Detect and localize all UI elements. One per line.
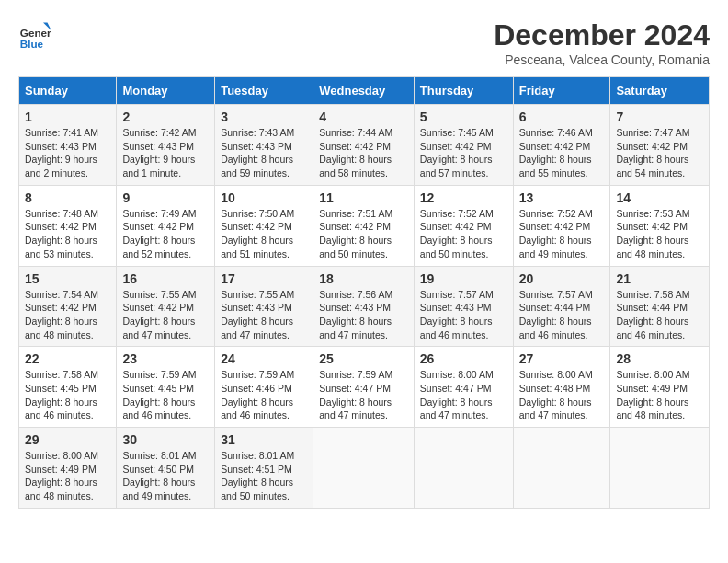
day-number: 8: [25, 190, 110, 205]
day-info: Sunrise: 7:57 AM Sunset: 4:43 PM Dayligh…: [420, 288, 507, 342]
calendar-cell: 13 Sunrise: 7:52 AM Sunset: 4:42 PM Dayl…: [513, 185, 610, 266]
day-number: 11: [319, 190, 408, 205]
day-number: 27: [519, 351, 605, 366]
calendar-cell: [610, 428, 710, 509]
header-row: SundayMondayTuesdayWednesdayThursdayFrid…: [19, 77, 710, 105]
calendar-cell: [414, 428, 513, 509]
col-header-thursday: Thursday: [414, 77, 513, 105]
calendar-cell: 12 Sunrise: 7:52 AM Sunset: 4:42 PM Dayl…: [414, 185, 513, 266]
calendar-cell: 6 Sunrise: 7:46 AM Sunset: 4:42 PM Dayli…: [513, 105, 610, 186]
calendar-week-4: 22 Sunrise: 7:58 AM Sunset: 4:45 PM Dayl…: [19, 347, 710, 428]
calendar-cell: 31 Sunrise: 8:01 AM Sunset: 4:51 PM Dayl…: [215, 428, 313, 509]
day-info: Sunrise: 7:58 AM Sunset: 4:45 PM Dayligh…: [25, 368, 110, 422]
calendar-cell: [313, 428, 415, 509]
calendar-cell: 24 Sunrise: 7:59 AM Sunset: 4:46 PM Dayl…: [215, 347, 313, 428]
calendar-cell: 7 Sunrise: 7:47 AM Sunset: 4:42 PM Dayli…: [610, 105, 710, 186]
calendar-cell: 18 Sunrise: 7:56 AM Sunset: 4:43 PM Dayl…: [313, 266, 415, 347]
day-info: Sunrise: 7:54 AM Sunset: 4:42 PM Dayligh…: [25, 288, 110, 342]
day-info: Sunrise: 7:50 AM Sunset: 4:42 PM Dayligh…: [221, 207, 307, 261]
day-number: 31: [221, 432, 307, 447]
day-number: 1: [25, 109, 110, 124]
calendar-cell: 23 Sunrise: 7:59 AM Sunset: 4:45 PM Dayl…: [117, 347, 215, 428]
calendar-cell: 3 Sunrise: 7:43 AM Sunset: 4:43 PM Dayli…: [215, 105, 313, 186]
day-info: Sunrise: 8:00 AM Sunset: 4:47 PM Dayligh…: [420, 368, 507, 422]
col-header-wednesday: Wednesday: [313, 77, 415, 105]
day-info: Sunrise: 7:45 AM Sunset: 4:42 PM Dayligh…: [420, 126, 507, 180]
day-number: 16: [122, 271, 209, 286]
day-info: Sunrise: 7:47 AM Sunset: 4:42 PM Dayligh…: [616, 126, 703, 180]
calendar-cell: 22 Sunrise: 7:58 AM Sunset: 4:45 PM Dayl…: [19, 347, 117, 428]
day-number: 4: [319, 109, 408, 124]
calendar-cell: 17 Sunrise: 7:55 AM Sunset: 4:43 PM Dayl…: [215, 266, 313, 347]
svg-text:General: General: [20, 27, 51, 39]
day-info: Sunrise: 7:44 AM Sunset: 4:42 PM Dayligh…: [319, 126, 408, 180]
calendar-cell: 9 Sunrise: 7:49 AM Sunset: 4:42 PM Dayli…: [117, 185, 215, 266]
col-header-friday: Friday: [513, 77, 610, 105]
day-info: Sunrise: 7:48 AM Sunset: 4:42 PM Dayligh…: [25, 207, 110, 261]
day-number: 21: [616, 271, 703, 286]
day-info: Sunrise: 7:51 AM Sunset: 4:42 PM Dayligh…: [319, 207, 408, 261]
calendar-cell: 1 Sunrise: 7:41 AM Sunset: 4:43 PM Dayli…: [19, 105, 117, 186]
calendar-week-2: 8 Sunrise: 7:48 AM Sunset: 4:42 PM Dayli…: [19, 185, 710, 266]
day-number: 13: [519, 190, 605, 205]
day-number: 2: [122, 109, 209, 124]
day-info: Sunrise: 7:43 AM Sunset: 4:43 PM Dayligh…: [221, 126, 307, 180]
day-number: 25: [319, 351, 408, 366]
calendar-cell: 5 Sunrise: 7:45 AM Sunset: 4:42 PM Dayli…: [414, 105, 513, 186]
calendar-cell: 26 Sunrise: 8:00 AM Sunset: 4:47 PM Dayl…: [414, 347, 513, 428]
calendar-cell: 10 Sunrise: 7:50 AM Sunset: 4:42 PM Dayl…: [215, 185, 313, 266]
title-block: December 2024 Pesceana, Valcea County, R…: [494, 18, 710, 67]
calendar-cell: 21 Sunrise: 7:58 AM Sunset: 4:44 PM Dayl…: [610, 266, 710, 347]
day-info: Sunrise: 7:58 AM Sunset: 4:44 PM Dayligh…: [616, 288, 703, 342]
day-number: 20: [519, 271, 605, 286]
calendar-table: SundayMondayTuesdayWednesdayThursdayFrid…: [18, 76, 710, 509]
day-number: 15: [25, 271, 110, 286]
day-number: 5: [420, 109, 507, 124]
calendar-cell: 11 Sunrise: 7:51 AM Sunset: 4:42 PM Dayl…: [313, 185, 415, 266]
day-info: Sunrise: 8:00 AM Sunset: 4:49 PM Dayligh…: [616, 368, 703, 422]
day-number: 17: [221, 271, 307, 286]
day-number: 14: [616, 190, 703, 205]
page-header: General Blue December 2024 Pesceana, Val…: [18, 18, 710, 67]
calendar-cell: 29 Sunrise: 8:00 AM Sunset: 4:49 PM Dayl…: [19, 428, 117, 509]
day-info: Sunrise: 7:49 AM Sunset: 4:42 PM Dayligh…: [122, 207, 209, 261]
calendar-cell: 8 Sunrise: 7:48 AM Sunset: 4:42 PM Dayli…: [19, 185, 117, 266]
day-info: Sunrise: 7:52 AM Sunset: 4:42 PM Dayligh…: [519, 207, 605, 261]
calendar-cell: 25 Sunrise: 7:59 AM Sunset: 4:47 PM Dayl…: [313, 347, 415, 428]
day-number: 23: [122, 351, 209, 366]
logo: General Blue: [18, 18, 51, 52]
day-info: Sunrise: 7:53 AM Sunset: 4:42 PM Dayligh…: [616, 207, 703, 261]
calendar-week-1: 1 Sunrise: 7:41 AM Sunset: 4:43 PM Dayli…: [19, 105, 710, 186]
svg-text:Blue: Blue: [20, 38, 44, 50]
calendar-cell: 14 Sunrise: 7:53 AM Sunset: 4:42 PM Dayl…: [610, 185, 710, 266]
day-number: 6: [519, 109, 605, 124]
day-info: Sunrise: 7:59 AM Sunset: 4:45 PM Dayligh…: [122, 368, 209, 422]
day-info: Sunrise: 7:59 AM Sunset: 4:47 PM Dayligh…: [319, 368, 408, 422]
day-info: Sunrise: 7:55 AM Sunset: 4:43 PM Dayligh…: [221, 288, 307, 342]
day-number: 12: [420, 190, 507, 205]
day-info: Sunrise: 7:41 AM Sunset: 4:43 PM Dayligh…: [25, 126, 110, 180]
calendar-cell: 4 Sunrise: 7:44 AM Sunset: 4:42 PM Dayli…: [313, 105, 415, 186]
day-number: 7: [616, 109, 703, 124]
day-info: Sunrise: 7:42 AM Sunset: 4:43 PM Dayligh…: [122, 126, 209, 180]
day-number: 28: [616, 351, 703, 366]
calendar-week-5: 29 Sunrise: 8:00 AM Sunset: 4:49 PM Dayl…: [19, 428, 710, 509]
day-number: 24: [221, 351, 307, 366]
day-info: Sunrise: 7:46 AM Sunset: 4:42 PM Dayligh…: [519, 126, 605, 180]
day-number: 29: [25, 432, 110, 447]
day-info: Sunrise: 8:01 AM Sunset: 4:51 PM Dayligh…: [221, 449, 307, 503]
day-number: 19: [420, 271, 507, 286]
day-info: Sunrise: 8:00 AM Sunset: 4:48 PM Dayligh…: [519, 368, 605, 422]
day-number: 9: [122, 190, 209, 205]
day-info: Sunrise: 7:56 AM Sunset: 4:43 PM Dayligh…: [319, 288, 408, 342]
calendar-cell: 28 Sunrise: 8:00 AM Sunset: 4:49 PM Dayl…: [610, 347, 710, 428]
day-number: 22: [25, 351, 110, 366]
calendar-cell: 15 Sunrise: 7:54 AM Sunset: 4:42 PM Dayl…: [19, 266, 117, 347]
calendar-week-3: 15 Sunrise: 7:54 AM Sunset: 4:42 PM Dayl…: [19, 266, 710, 347]
day-info: Sunrise: 7:52 AM Sunset: 4:42 PM Dayligh…: [420, 207, 507, 261]
day-number: 10: [221, 190, 307, 205]
day-info: Sunrise: 8:01 AM Sunset: 4:50 PM Dayligh…: [122, 449, 209, 503]
calendar-cell: 20 Sunrise: 7:57 AM Sunset: 4:44 PM Dayl…: [513, 266, 610, 347]
logo-icon: General Blue: [18, 18, 51, 52]
month-title: December 2024: [494, 18, 710, 52]
